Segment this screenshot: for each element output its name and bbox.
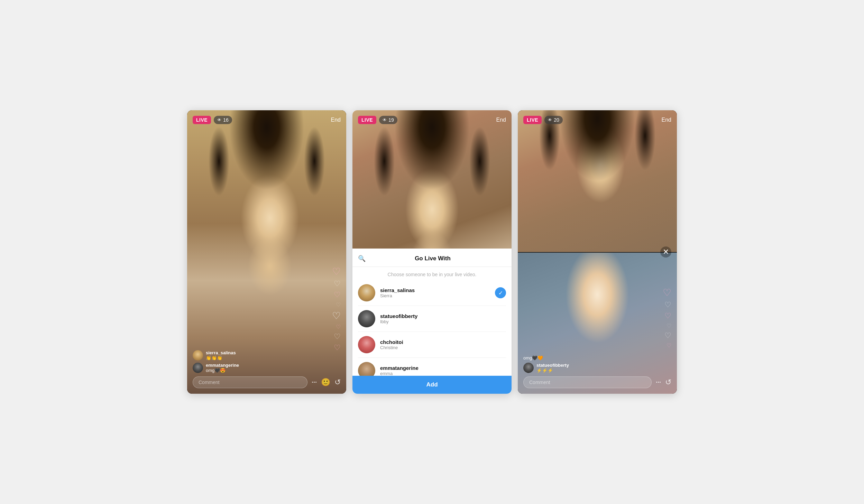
heart-2: ♡ xyxy=(334,279,341,288)
viewer-number-2: 19 xyxy=(388,117,394,123)
avatar-img-statue xyxy=(523,363,534,373)
search-icon-modal[interactable]: 🔍 xyxy=(358,255,366,262)
chat-body-3: ⚡⚡⚡ xyxy=(536,368,569,373)
chat-avatar-2 xyxy=(193,363,203,373)
live-badge-2: LIVE xyxy=(358,116,376,124)
bottom-area-3: omg🖤🧡 statueofibberty ⚡⚡⚡ Comment xyxy=(518,352,677,394)
chat-omg: omg🖤🧡 xyxy=(523,355,671,361)
comment-placeholder-1: Comment xyxy=(199,380,220,385)
top-bar-3: LIVE 👁 20 End xyxy=(523,116,671,124)
viewer-count-2: 👁 19 xyxy=(379,116,397,124)
heart-3-6: ♡ xyxy=(667,342,671,349)
viewer-number-1: 16 xyxy=(223,117,229,123)
end-button-3[interactable]: End xyxy=(662,117,671,123)
user-info-chchoi: chchoitoi Christine xyxy=(380,339,506,350)
comment-input-1[interactable]: Comment xyxy=(193,376,307,388)
modal-overlay: 🔍 Go Live With Choose someone to be in y… xyxy=(352,249,512,394)
user-display-chchoi: Christine xyxy=(380,345,506,350)
modal-title: Go Live With xyxy=(370,255,496,262)
chat-messages-1: sierra_salinas 👏👏👏 emmatangerine omg🖤😍 xyxy=(193,350,341,373)
user-avatar-statue xyxy=(358,310,375,327)
app-container: LIVE 👁 16 End ♡ ♡ ♡ ♡ ♡ ♡ ♡ ♡ xyxy=(177,100,687,404)
heart-3-1: ♡ xyxy=(663,287,671,298)
bottom-area-1: sierra_salinas 👏👏👏 emmatangerine omg🖤😍 xyxy=(187,347,346,394)
chat-body-omg: omg🖤🧡 xyxy=(523,355,543,361)
chat-text-1: sierra_salinas 👏👏👏 xyxy=(206,350,236,361)
user-item-sierra[interactable]: sierra_salinas Sierra ✓ xyxy=(358,280,506,306)
top-left-1: LIVE 👁 16 xyxy=(193,116,232,124)
user-avatar-sierra xyxy=(358,284,375,301)
close-button-3[interactable]: ✕ xyxy=(660,246,671,258)
end-button-2[interactable]: End xyxy=(496,117,506,123)
share-button-3[interactable]: ↺ xyxy=(665,378,671,387)
chat-message-3: statueofibberty ⚡⚡⚡ xyxy=(523,363,671,373)
heart-3-2: ♡ xyxy=(664,300,671,309)
viewer-count-3: 👁 20 xyxy=(544,116,563,124)
heart-1: ♡ xyxy=(332,266,341,277)
user-item-statue[interactable]: statueofibberty Ibby xyxy=(358,306,506,332)
heart-3-4: ♡ xyxy=(667,323,671,329)
phone-3: LIVE 👁 20 End ✕ ♡ ♡ ♡ ♡ ♡ ♡ xyxy=(518,110,677,394)
heart-7: ♡ xyxy=(334,332,341,341)
user-display-emma: emma xyxy=(380,371,506,376)
heart-6: ♡ xyxy=(336,324,341,330)
heart-3-3: ♡ xyxy=(664,311,671,320)
live-badge-3: LIVE xyxy=(523,116,542,124)
close-icon-3: ✕ xyxy=(663,248,669,256)
user-info-emma: emmatangerine emma xyxy=(380,365,506,376)
heart-3-5: ♡ xyxy=(664,331,671,340)
chat-message-2: emmatangerine omg🖤😍 xyxy=(193,363,341,373)
user-name-chchoi: chchoitoi xyxy=(380,339,506,345)
chat-body-1: 👏👏👏 xyxy=(206,355,236,361)
phone-1: LIVE 👁 16 End ♡ ♡ ♡ ♡ ♡ ♡ ♡ ♡ xyxy=(187,110,346,394)
comment-input-3[interactable]: Comment xyxy=(523,376,652,388)
dots-button-1[interactable]: ··· xyxy=(312,379,317,386)
top-bar-2: LIVE 👁 19 End xyxy=(358,116,506,124)
user-avatar-chchoi xyxy=(358,336,375,353)
eye-icon-3: 👁 xyxy=(548,118,552,122)
chat-body-2: omg🖤😍 xyxy=(206,368,239,373)
user-info-statue: statueofibberty Ibby xyxy=(380,313,506,324)
modal-subtitle: Choose someone to be in your live video. xyxy=(352,267,512,280)
chat-messages-3: omg🖤🧡 statueofibberty ⚡⚡⚡ xyxy=(523,355,671,373)
modal-header: 🔍 Go Live With xyxy=(352,249,512,267)
chat-avatar-1 xyxy=(193,350,203,361)
hearts-1: ♡ ♡ ♡ ♡ ♡ ♡ ♡ ♡ xyxy=(332,266,341,352)
share-button-1[interactable]: ↺ xyxy=(334,378,341,387)
chat-text-3: statueofibberty ⚡⚡⚡ xyxy=(536,363,569,373)
comment-bar-3: Comment ··· ↺ xyxy=(523,376,671,388)
avatar-img-emma xyxy=(193,363,203,373)
user-name-sierra: sierra_salinas xyxy=(380,287,495,293)
user-info-sierra: sierra_salinas Sierra xyxy=(380,287,495,298)
user-list: sierra_salinas Sierra ✓ statueofibberty … xyxy=(352,280,512,384)
add-button[interactable]: Add xyxy=(352,376,512,394)
emoji-button-1[interactable]: 🙂 xyxy=(321,378,330,387)
user-name-emma: emmatangerine xyxy=(380,365,506,371)
user-item-chchoi[interactable]: chchoitoi Christine xyxy=(358,332,506,358)
phone-2: LIVE 👁 19 End 🔍 Go Live With Choose some… xyxy=(352,110,512,394)
viewer-count-1: 👁 16 xyxy=(214,116,232,124)
dots-button-3[interactable]: ··· xyxy=(656,379,661,386)
split-divider xyxy=(518,252,677,253)
video-top-3 xyxy=(518,110,677,252)
user-display-statue: Ibby xyxy=(380,319,506,324)
end-button-1[interactable]: End xyxy=(331,117,341,123)
heart-5: ♡ xyxy=(332,310,341,321)
hearts-3: ♡ ♡ ♡ ♡ ♡ ♡ xyxy=(663,287,671,349)
video-bg-top-2 xyxy=(352,110,512,255)
eye-icon-1: 👁 xyxy=(217,118,221,122)
top-left-2: LIVE 👁 19 xyxy=(358,116,397,124)
top-left-3: LIVE 👁 20 xyxy=(523,116,563,124)
user-display-sierra: Sierra xyxy=(380,293,495,298)
comment-bar-1: Comment ··· 🙂 ↺ xyxy=(193,376,341,388)
avatar-img-sierra xyxy=(193,350,203,361)
eye-icon-2: 👁 xyxy=(383,118,387,122)
chat-text-2: emmatangerine omg🖤😍 xyxy=(206,363,239,373)
chat-text-omg: omg🖤🧡 xyxy=(523,355,543,361)
chat-avatar-3 xyxy=(523,363,534,373)
heart-4: ♡ xyxy=(336,301,341,308)
check-circle-sierra: ✓ xyxy=(495,287,506,298)
comment-placeholder-3: Comment xyxy=(529,380,550,385)
top-bar-1: LIVE 👁 16 End xyxy=(193,116,341,124)
chat-username-1: sierra_salinas xyxy=(206,350,236,355)
